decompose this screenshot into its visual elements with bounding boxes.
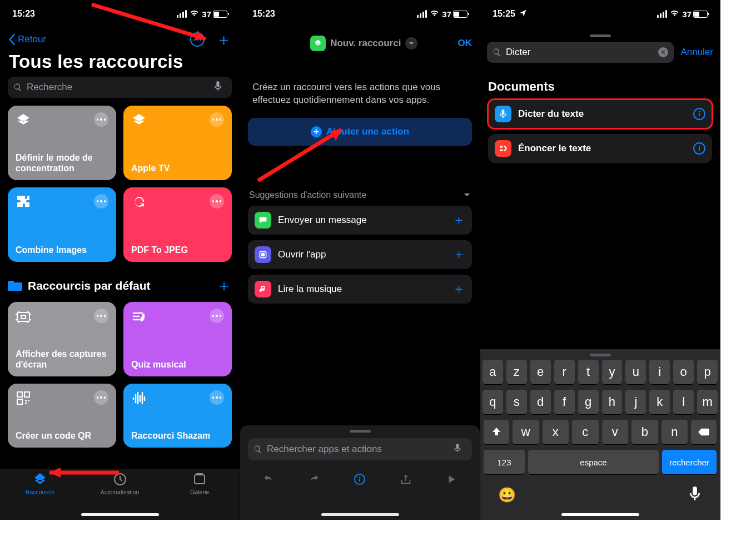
suggestion-row[interactable]: Ouvrir l'app ＋ (248, 240, 472, 269)
key-m[interactable]: m (697, 390, 718, 414)
search-key[interactable]: rechercher (662, 450, 717, 474)
info-button[interactable]: i (693, 108, 705, 120)
tile-icon (16, 112, 31, 130)
play-button[interactable] (440, 473, 463, 485)
shortcut-tile[interactable]: Créer un code QR (8, 384, 116, 448)
status-time: 15:23 (252, 9, 275, 19)
shortcut-tile[interactable]: PDF To JPEG (123, 187, 232, 262)
editor-title[interactable]: Nouv. raccourci (330, 38, 401, 49)
grabber[interactable] (350, 430, 371, 433)
more-button[interactable] (190, 32, 205, 47)
shortcut-tile[interactable]: Apple TV (123, 106, 232, 180)
key-x[interactable]: x (543, 420, 569, 444)
tile-more-button[interactable] (94, 390, 108, 405)
screenshot-new-shortcut: 15:23 37 Nouv. raccourci OK Créez un rac… (240, 0, 480, 520)
signal-icon (657, 10, 667, 18)
key-b[interactable]: b (631, 420, 658, 444)
ok-button[interactable]: OK (458, 38, 472, 49)
key-c[interactable]: c (572, 420, 599, 444)
key-o[interactable]: o (673, 360, 694, 384)
key-i[interactable]: i (649, 360, 670, 384)
action-search-field[interactable]: Rechercher apps et actions (248, 438, 472, 460)
tab-gallery[interactable]: Galerie (160, 472, 240, 520)
chevron-down-icon[interactable] (405, 37, 417, 49)
space-key[interactable]: espace (528, 450, 659, 474)
suggestions-header[interactable]: Suggestions d'action suivante (240, 146, 480, 206)
screenshot-search-action: 15:25 37 Dicter ✕ Annuler Documents Dict… (480, 0, 720, 520)
key-j[interactable]: j (625, 390, 646, 414)
key-z[interactable]: z (506, 360, 527, 384)
battery-icon: 37 (682, 9, 708, 19)
key-h[interactable]: h (602, 390, 623, 414)
suggestion-label: Envoyer un message (278, 215, 446, 226)
tile-more-button[interactable] (210, 309, 224, 323)
tab-shortcuts[interactable]: Raccourcis (0, 472, 80, 520)
tile-more-button[interactable] (94, 194, 108, 209)
info-button[interactable] (348, 473, 371, 485)
bottom-sheet[interactable]: Rechercher apps et actions (240, 425, 480, 520)
suggestion-row[interactable]: Lire la musique ＋ (248, 275, 472, 304)
numbers-key[interactable]: 123 (484, 450, 525, 474)
suggestion-add-button[interactable]: ＋ (452, 211, 465, 229)
mic-icon[interactable] (453, 444, 466, 455)
suggestion-icon (255, 212, 271, 229)
info-button[interactable]: i (693, 142, 705, 155)
back-button[interactable]: Retour (8, 33, 46, 46)
section-header: Documents (480, 68, 720, 100)
key-e[interactable]: e (530, 360, 551, 384)
share-button[interactable] (394, 473, 417, 485)
suggestion-row[interactable]: Envoyer un message ＋ (248, 206, 472, 235)
shortcut-tile[interactable]: Combine Images (8, 187, 116, 262)
key-a[interactable]: a (483, 360, 503, 384)
shortcut-tile[interactable]: Afficher des captures d'écran (8, 302, 116, 376)
shortcut-tile[interactable]: Quiz musical (123, 302, 232, 376)
key-d[interactable]: d (530, 390, 551, 414)
shortcut-tile[interactable]: Raccourci Shazam (123, 384, 232, 448)
key-y[interactable]: y (602, 360, 623, 384)
tile-more-button[interactable] (210, 194, 224, 209)
battery-icon: 37 (202, 9, 227, 19)
nav-bar: Retour ＋ (0, 28, 240, 50)
shift-key[interactable] (484, 420, 509, 444)
key-p[interactable]: p (697, 360, 718, 384)
undo-button[interactable] (257, 473, 280, 485)
tab-bar: Raccourcis Automatisation Galerie (0, 469, 240, 520)
tile-more-button[interactable] (94, 309, 108, 323)
emoji-key[interactable]: 😀 (498, 487, 516, 504)
dictate-key[interactable] (688, 487, 702, 503)
key-r[interactable]: r (554, 360, 575, 384)
tile-more-button[interactable] (94, 112, 108, 127)
redo-button[interactable] (302, 473, 326, 485)
key-f[interactable]: f (554, 390, 575, 414)
clear-button[interactable]: ✕ (658, 47, 668, 57)
key-l[interactable]: l (673, 390, 694, 414)
key-v[interactable]: v (602, 420, 629, 444)
suggestion-add-button[interactable]: ＋ (452, 246, 465, 263)
folder-row[interactable]: Raccourcis par défaut ＋ (0, 262, 240, 302)
mic-icon[interactable] (214, 81, 226, 93)
tile-label: Définir le mode de concentration (16, 152, 108, 173)
cancel-button[interactable]: Annuler (680, 47, 713, 58)
key-s[interactable]: s (506, 390, 527, 414)
suggestion-add-button[interactable]: ＋ (452, 280, 465, 297)
search-field[interactable]: Recherche (8, 77, 232, 98)
grabber[interactable] (590, 34, 611, 37)
action-row[interactable]: Dicter du texte i (488, 100, 712, 128)
folder-add-button[interactable]: ＋ (216, 275, 232, 296)
tile-more-button[interactable] (210, 112, 224, 127)
key-w[interactable]: w (513, 420, 539, 444)
key-g[interactable]: g (578, 390, 599, 414)
tile-more-button[interactable] (210, 390, 224, 405)
action-row[interactable]: Énoncer le texte i (488, 134, 712, 163)
key-u[interactable]: u (625, 360, 646, 384)
key-q[interactable]: q (483, 390, 503, 414)
shortcut-tile[interactable]: Définir le mode de concentration (8, 106, 116, 180)
key-t[interactable]: t (578, 360, 599, 384)
key-n[interactable]: n (662, 420, 688, 444)
key-k[interactable]: k (649, 390, 670, 414)
search-field[interactable]: Dicter ✕ (487, 42, 674, 63)
backspace-key[interactable] (691, 420, 717, 444)
add-action-button[interactable]: +Ajouter une action (248, 118, 472, 146)
home-indicator (561, 513, 639, 516)
suggestion-label: Lire la musique (278, 284, 446, 295)
